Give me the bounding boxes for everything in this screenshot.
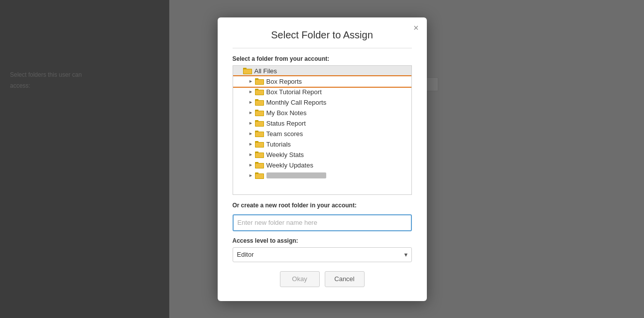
select-folder-dialog: × Select Folder to Assign Select a folde… <box>218 17 427 301</box>
folder-item-status-report[interactable]: ► Status Report <box>233 118 411 129</box>
modal-overlay: × Select Folder to Assign Select a folde… <box>0 0 644 318</box>
folder-icon <box>255 109 264 116</box>
folder-icon <box>255 151 264 158</box>
folder-label-box-tutorial-report: Box Tutorial Report <box>266 88 322 96</box>
svg-rect-17 <box>256 122 263 126</box>
svg-rect-8 <box>256 90 263 95</box>
chevron-icon <box>236 68 242 74</box>
chevron-icon: ► <box>248 131 254 137</box>
access-section: Access level to assign: Editor Viewer Up… <box>233 237 412 262</box>
folder-item-all-files[interactable]: All Files <box>233 66 411 76</box>
folder-item-box-tutorial-report[interactable]: ► Box Tutorial Report <box>233 87 411 97</box>
folder-icon <box>255 161 264 168</box>
folder-tree[interactable]: All Files ► Box Reports ► <box>233 65 412 195</box>
new-folder-label: Or create a new root folder in your acco… <box>233 202 412 209</box>
folder-item-my-box-notes[interactable]: ► My Box Notes <box>233 108 411 118</box>
folder-label-weekly-updates: Weekly Updates <box>266 161 313 169</box>
folder-label-monthly-call-reports: Monthly Call Reports <box>266 99 327 106</box>
chevron-icon: ► <box>248 89 254 95</box>
modal-title: Select Folder to Assign <box>233 29 412 41</box>
svg-rect-29 <box>256 163 263 168</box>
folder-item-box-reports[interactable]: ► Box Reports <box>233 76 411 87</box>
chevron-icon: ► <box>248 110 254 116</box>
svg-rect-11 <box>256 101 263 105</box>
new-folder-input[interactable] <box>233 214 412 231</box>
chevron-icon: ► <box>248 172 254 178</box>
folder-label-box-reports: Box Reports <box>266 78 302 85</box>
close-button[interactable]: × <box>413 23 419 32</box>
folder-icon <box>243 67 252 74</box>
folder-icon <box>255 88 264 95</box>
access-select-wrapper: Editor Viewer Uploader Previewer Viewer … <box>233 247 412 262</box>
folder-icon <box>255 78 264 85</box>
cancel-button[interactable]: Cancel <box>325 271 365 287</box>
svg-rect-5 <box>256 80 263 84</box>
chevron-icon: ► <box>248 99 254 105</box>
folder-label-status-report: Status Report <box>266 120 306 127</box>
folder-label-team-scores: Team scores <box>266 130 303 138</box>
chevron-icon: ► <box>248 141 254 147</box>
folder-label-all-files: All Files <box>255 67 277 75</box>
svg-rect-14 <box>256 111 263 116</box>
folder-icon <box>255 99 264 106</box>
svg-rect-32 <box>256 174 263 178</box>
folder-icon <box>255 120 264 127</box>
okay-button[interactable]: Okay <box>280 271 320 287</box>
folder-icon <box>255 172 264 179</box>
folder-item-team-scores[interactable]: ► Team scores <box>233 129 411 139</box>
folder-label-my-box-notes: My Box Notes <box>266 109 307 117</box>
folder-label-tutorials: Tutorials <box>266 141 291 148</box>
folder-item-weekly-stats[interactable]: ► Weekly Stats <box>233 150 411 160</box>
modal-buttons: Okay Cancel <box>233 271 412 287</box>
chevron-icon: ► <box>248 78 254 84</box>
new-folder-section: Or create a new root folder in your acco… <box>233 202 412 231</box>
chevron-icon: ► <box>248 120 254 126</box>
folder-item-weekly-updates[interactable]: ► Weekly Updates <box>233 160 411 170</box>
svg-rect-23 <box>256 143 263 147</box>
svg-rect-26 <box>256 153 263 158</box>
chevron-icon: ► <box>248 162 254 168</box>
folder-label-blurred <box>266 172 326 178</box>
folder-item-tutorials[interactable]: ► Tutorials <box>233 139 411 150</box>
folder-item-monthly-call-reports[interactable]: ► Monthly Call Reports <box>233 97 411 108</box>
access-select[interactable]: Editor Viewer Uploader Previewer Viewer … <box>233 247 412 262</box>
chevron-icon: ► <box>248 152 254 158</box>
modal-divider <box>233 48 412 48</box>
folder-label-weekly-stats: Weekly Stats <box>266 151 304 159</box>
folder-item-blurred[interactable]: ► <box>233 170 411 180</box>
access-level-label: Access level to assign: <box>233 237 412 244</box>
svg-rect-2 <box>244 69 252 74</box>
svg-rect-20 <box>256 132 263 137</box>
folder-icon <box>255 130 264 137</box>
folder-icon <box>255 141 264 148</box>
folder-section-label: Select a folder from your account: <box>233 55 412 62</box>
